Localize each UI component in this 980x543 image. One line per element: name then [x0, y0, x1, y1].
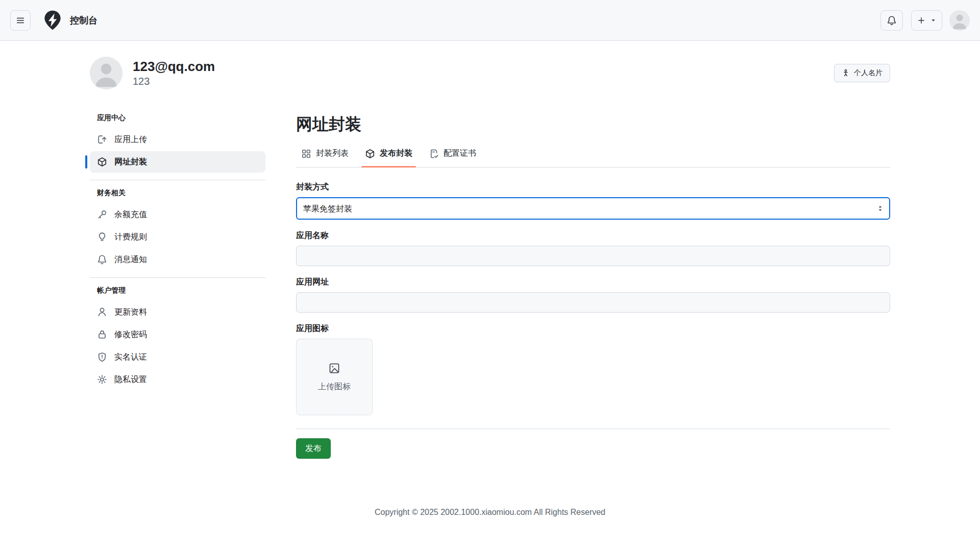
profile-email: 123@qq.com	[133, 59, 215, 75]
sidebar-section-title-app-center: 应用中心	[90, 113, 265, 128]
tab-label: 发布封装	[380, 148, 412, 159]
apps-icon	[301, 149, 311, 159]
package-icon	[365, 149, 375, 159]
sidebar-section-title-finance: 财务相关	[90, 188, 265, 203]
app-url-input[interactable]	[296, 292, 890, 313]
default-avatar-icon	[90, 57, 122, 89]
sidebar-divider	[90, 180, 265, 180]
sidebar-item-url-package[interactable]: 网址封装	[90, 151, 265, 173]
sidebar-item-update-profile[interactable]: 更新资料	[90, 301, 265, 323]
top-header: 控制台	[0, 0, 980, 41]
sidebar-item-billing-rules[interactable]: 计费规则	[90, 226, 265, 248]
tab-label: 封装列表	[316, 148, 349, 159]
sidebar-item-balance-recharge[interactable]: 余额充值	[90, 204, 265, 225]
profile-username: 123	[133, 76, 215, 87]
icon-upload-dropzone[interactable]: 上传图标	[296, 339, 373, 415]
header-avatar[interactable]	[949, 10, 970, 31]
app-icon-label: 应用图标	[296, 323, 890, 334]
tab-configure-certificate[interactable]: 配置证书	[424, 143, 481, 167]
personal-card-label: 个人名片	[854, 68, 883, 78]
app-logo-bolt-icon	[42, 9, 63, 32]
image-icon	[328, 362, 340, 374]
hamburger-icon	[16, 16, 25, 25]
sidebar-item-realname-verification[interactable]: 实名认证	[90, 346, 265, 368]
plus-icon	[917, 16, 925, 25]
tab-bar: 封装列表 发布封装 配置证书	[296, 143, 890, 168]
sidebar-item-label: 网址封装	[114, 157, 147, 168]
lightbulb-icon	[97, 232, 107, 242]
profile-avatar	[90, 57, 122, 89]
person-icon	[97, 307, 107, 317]
lock-icon	[97, 329, 107, 340]
sidebar-item-label: 更新资料	[114, 307, 147, 318]
profile-header: 123@qq.com 123 个人名片	[90, 57, 890, 89]
package-method-label: 封装方式	[296, 182, 890, 193]
shield-icon	[97, 352, 107, 362]
sidebar: 应用中心 应用上传 网址封装 财务相关 余额充值	[90, 113, 265, 391]
sidebar-item-privacy-settings[interactable]: 隐私设置	[90, 369, 265, 390]
page-title: 网址封装	[296, 113, 890, 136]
caret-down-icon	[930, 17, 936, 23]
sidebar-item-change-password[interactable]: 修改密码	[90, 324, 265, 345]
sidebar-divider	[90, 277, 265, 278]
sidebar-item-label: 应用上传	[114, 134, 147, 145]
notifications-button[interactable]	[880, 10, 903, 31]
app-name-input[interactable]	[296, 246, 890, 266]
app-title: 控制台	[70, 14, 97, 27]
page-footer: Copyright © 2025 2002.1000.xiaomiou.com …	[0, 508, 980, 517]
publish-button[interactable]: 发布	[296, 438, 331, 459]
upload-icon-label: 上传图标	[318, 382, 351, 392]
gear-icon	[97, 374, 107, 385]
app-url-label: 应用网址	[296, 277, 890, 288]
sidebar-item-app-upload[interactable]: 应用上传	[90, 129, 265, 150]
personal-card-button[interactable]: 个人名片	[834, 64, 890, 82]
file-check-icon	[429, 149, 439, 159]
sidebar-item-label: 隐私设置	[114, 374, 147, 385]
publish-form: 封装方式 苹果免签封装 应用名称 应用网址	[296, 182, 890, 459]
create-new-button[interactable]	[911, 10, 942, 31]
sidebar-section-title-account: 帐户管理	[90, 286, 265, 300]
tab-package-list[interactable]: 封装列表	[296, 143, 354, 167]
main-content: 网址封装 封装列表 发布封装	[296, 113, 890, 459]
sidebar-item-label: 余额充值	[114, 209, 147, 220]
default-avatar-icon	[949, 10, 970, 31]
tab-publish-package[interactable]: 发布封装	[360, 143, 418, 167]
package-method-select[interactable]: 苹果免签封装	[296, 197, 890, 220]
key-icon	[97, 209, 107, 220]
sidebar-item-label: 实名认证	[114, 352, 147, 363]
app-name-label: 应用名称	[296, 230, 890, 241]
tab-label: 配置证书	[444, 148, 476, 159]
bell-icon	[887, 15, 897, 26]
form-divider	[296, 429, 890, 429]
bell-icon	[97, 254, 107, 265]
person-badge-icon	[842, 69, 850, 77]
hamburger-menu-button[interactable]	[10, 10, 31, 31]
package-icon	[97, 157, 107, 167]
sidebar-item-label: 计费规则	[114, 232, 147, 243]
sidebar-item-notifications[interactable]: 消息通知	[90, 249, 265, 270]
sidebar-item-label: 消息通知	[114, 254, 147, 265]
sidebar-item-label: 修改密码	[114, 329, 147, 340]
upload-icon	[97, 134, 107, 145]
copyright-text: Copyright © 2025 2002.1000.xiaomiou.com …	[375, 508, 605, 516]
